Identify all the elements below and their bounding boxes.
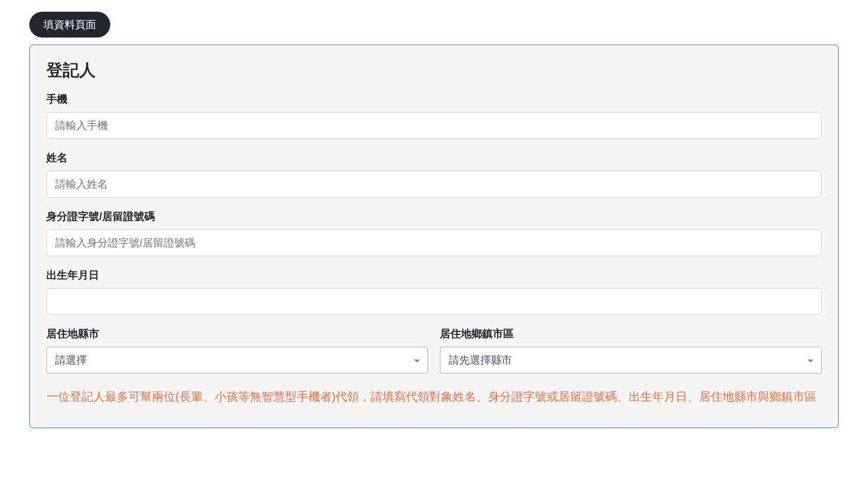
registrant-card: 登記人 手機 姓名 身分證字號/居留證號碼 出生年月日 居住地縣市 請選擇 bbox=[29, 45, 839, 428]
district-label: 居住地鄉鎮市區 bbox=[440, 327, 822, 341]
name-input[interactable] bbox=[46, 171, 822, 198]
tab-fill-data[interactable]: 填資料頁面 bbox=[29, 12, 110, 38]
phone-input[interactable] bbox=[46, 112, 822, 139]
phone-label: 手機 bbox=[46, 92, 822, 106]
city-select[interactable]: 請選擇 bbox=[46, 347, 428, 374]
section-title-registrant: 登記人 bbox=[46, 59, 822, 82]
proxy-notice: 一位登記人最多可幫兩位(長輩、小孩等無智慧型手機者)代領，請填寫代領對象姓名、身… bbox=[46, 385, 822, 408]
id-number-input[interactable] bbox=[46, 229, 822, 256]
city-label: 居住地縣市 bbox=[46, 327, 428, 341]
birthdate-label: 出生年月日 bbox=[46, 268, 822, 282]
name-label: 姓名 bbox=[46, 151, 822, 165]
id-number-label: 身分證字號/居留證號碼 bbox=[46, 209, 822, 223]
district-select[interactable]: 請先選擇縣市 bbox=[440, 347, 822, 374]
birthdate-input[interactable] bbox=[46, 288, 822, 315]
